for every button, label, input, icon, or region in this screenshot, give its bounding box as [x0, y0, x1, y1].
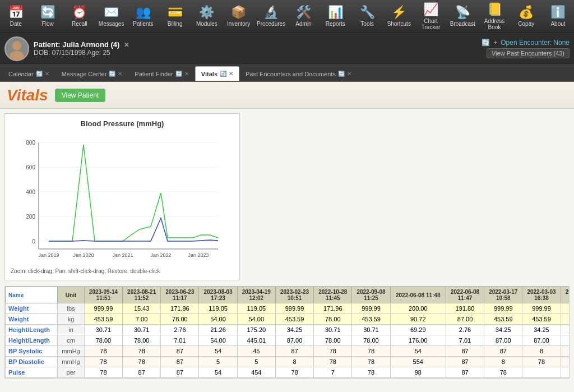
col-date-5[interactable]: 2023-04-1912:02: [237, 287, 275, 303]
table-cell[interactable]: 78: [314, 357, 352, 367]
table-cell[interactable]: 78: [314, 346, 352, 357]
toolbar-procedures[interactable]: 🔬 Procedures: [254, 2, 288, 30]
table-cell[interactable]: 453.59: [484, 314, 522, 325]
table-cell[interactable]: 176.00: [390, 335, 446, 346]
table-cell[interactable]: 191.80: [561, 303, 570, 314]
table-cell[interactable]: 87: [446, 367, 484, 378]
toolbar-broadcast[interactable]: 📡 Broadcast: [447, 2, 479, 30]
table-cell[interactable]: 119.05: [199, 303, 237, 314]
tab-patient-finder-close[interactable]: ✕: [184, 71, 189, 77]
toolbar-reports[interactable]: 📊 Reports: [320, 2, 351, 30]
table-cell[interactable]: 7.01: [446, 335, 484, 346]
past-encounters-refresh-icon[interactable]: 🔄: [338, 71, 345, 77]
table-cell[interactable]: 87.00: [522, 335, 561, 346]
col-date-1[interactable]: 2023-09-1411:51: [84, 287, 122, 303]
message-center-refresh-icon[interactable]: 🔄: [109, 71, 115, 77]
table-cell[interactable]: 2.76: [161, 325, 199, 335]
add-encounter-icon[interactable]: +: [493, 39, 497, 47]
row-name-cell[interactable]: Height/Length: [6, 335, 58, 346]
toolbar-copay[interactable]: 💰 Copay: [510, 2, 542, 30]
toolbar-billing[interactable]: 💳 Billing: [159, 2, 191, 30]
row-name-cell[interactable]: BP Diastolic: [6, 357, 58, 367]
table-cell[interactable]: 87: [484, 346, 522, 357]
table-cell[interactable]: 87: [275, 346, 313, 357]
table-cell[interactable]: 30.71: [123, 325, 161, 335]
table-cell[interactable]: 78: [84, 367, 122, 378]
table-cell[interactable]: 87.00: [275, 335, 313, 346]
table-cell[interactable]: 999.99: [484, 303, 522, 314]
table-cell[interactable]: 78.00: [314, 335, 352, 346]
table-cell[interactable]: 78: [522, 357, 561, 367]
toolbar-patients[interactable]: 👥 Patients: [127, 2, 159, 30]
table-cell[interactable]: 69.29: [390, 325, 446, 335]
table-cell[interactable]: [522, 367, 561, 378]
table-cell[interactable]: 454: [237, 367, 275, 378]
view-patient-button[interactable]: View Patient: [55, 89, 106, 102]
table-cell[interactable]: 119.05: [237, 303, 275, 314]
table-cell[interactable]: 453.59: [275, 314, 313, 325]
row-name-cell[interactable]: BP Systolic: [6, 346, 58, 357]
row-name-cell[interactable]: Weight: [6, 314, 58, 325]
calendar-refresh-icon[interactable]: 🔄: [36, 71, 43, 77]
col-date-6[interactable]: 2023-02-2310:51: [275, 287, 313, 303]
toolbar-address-book[interactable]: 📒 Address Book: [479, 2, 511, 30]
col-date-3[interactable]: 2023-06-2311:17: [161, 287, 199, 303]
table-cell[interactable]: 78.00: [123, 335, 161, 346]
table-cell[interactable]: 999.99: [275, 303, 313, 314]
table-cell[interactable]: 30.71: [314, 325, 352, 335]
table-cell[interactable]: 54: [390, 346, 446, 357]
col-date-13[interactable]: 2022-02-0416:51: [561, 287, 570, 303]
table-cell[interactable]: 54.00: [237, 314, 275, 325]
table-cell[interactable]: 15.43: [123, 303, 161, 314]
table-cell[interactable]: 78: [123, 357, 161, 367]
table-cell[interactable]: 999.99: [522, 303, 561, 314]
toolbar-admin[interactable]: 🛠️ Admin: [288, 2, 320, 30]
vitals-refresh-icon[interactable]: 🔄: [220, 71, 226, 77]
table-cell[interactable]: 78: [84, 346, 122, 357]
toolbar-date[interactable]: 📅 Date: [0, 2, 32, 30]
table-cell[interactable]: 90.72: [390, 314, 446, 325]
table-cell[interactable]: 78.00: [84, 335, 122, 346]
table-cell[interactable]: 5: [199, 357, 237, 367]
table-cell[interactable]: 453.59: [84, 314, 122, 325]
patient-finder-refresh-icon[interactable]: 🔄: [175, 71, 182, 77]
open-encounter-link[interactable]: Open Encounter: None: [501, 39, 570, 47]
tab-calendar-close[interactable]: ✕: [45, 71, 49, 77]
toolbar-about[interactable]: ℹ️ About: [542, 2, 574, 30]
tab-patient-finder[interactable]: Patient Finder 🔄 ✕: [128, 66, 195, 81]
table-cell[interactable]: 54: [199, 367, 237, 378]
table-cell[interactable]: 87: [446, 357, 484, 367]
tab-past-encounters[interactable]: Past Encounters and Documents 🔄 ✕: [239, 66, 358, 81]
toolbar-modules[interactable]: ⚙️ Modules: [191, 2, 223, 30]
col-date-4[interactable]: 2023-08-0317:23: [199, 287, 237, 303]
table-cell[interactable]: 87.00: [484, 335, 522, 346]
table-cell[interactable]: 175.20: [237, 325, 275, 335]
tab-vitals[interactable]: Vitals 🔄 ✕: [195, 66, 239, 81]
tab-vitals-close[interactable]: ✕: [229, 71, 233, 77]
table-cell[interactable]: 554: [390, 357, 446, 367]
table-cell[interactable]: 78: [352, 346, 390, 357]
table-cell[interactable]: 45: [237, 346, 275, 357]
table-cell[interactable]: 5: [237, 357, 275, 367]
table-cell[interactable]: 34.25: [275, 325, 313, 335]
table-cell[interactable]: 78: [84, 357, 122, 367]
row-name-cell[interactable]: Weight: [6, 303, 58, 314]
table-cell[interactable]: 34.25: [522, 325, 561, 335]
table-cell[interactable]: 87.00: [446, 314, 484, 325]
table-cell[interactable]: 7.01: [161, 335, 199, 346]
table-cell[interactable]: 2.76: [446, 325, 484, 335]
refresh-icon[interactable]: 🔄: [482, 39, 490, 47]
toolbar-recall[interactable]: ⏰ Recall: [64, 2, 96, 30]
table-cell[interactable]: 78.00: [352, 335, 390, 346]
tab-message-center-close[interactable]: ✕: [118, 71, 122, 77]
table-cell[interactable]: 34.25: [484, 325, 522, 335]
tab-past-encounters-close[interactable]: ✕: [347, 71, 351, 77]
table-cell[interactable]: 7: [314, 367, 352, 378]
view-past-encounters-button[interactable]: View Past Encounters (43): [487, 48, 570, 58]
col-date-7[interactable]: 2022-10-2811:45: [314, 287, 352, 303]
toolbar-flow[interactable]: 🔄 Flow: [32, 2, 64, 30]
table-cell[interactable]: 54.00: [199, 314, 237, 325]
table-cell[interactable]: 54: [199, 346, 237, 357]
table-cell[interactable]: 21.26: [199, 325, 237, 335]
table-cell[interactable]: 54.00: [199, 335, 237, 346]
